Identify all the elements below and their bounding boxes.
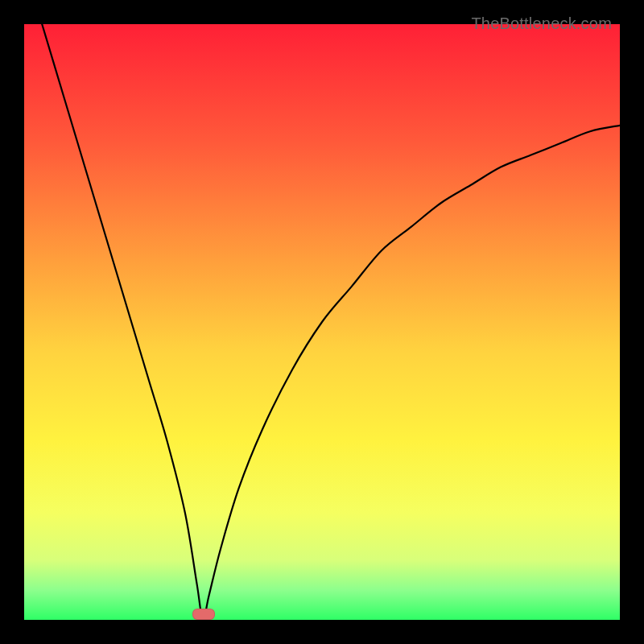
svg-rect-0 [24, 24, 620, 620]
plot-area [24, 24, 620, 620]
watermark-text: TheBottleneck.com [471, 14, 612, 33]
chart-frame: TheBottleneck.com [13, 13, 631, 631]
gradient-background [24, 24, 620, 620]
optimum-marker [192, 609, 215, 620]
